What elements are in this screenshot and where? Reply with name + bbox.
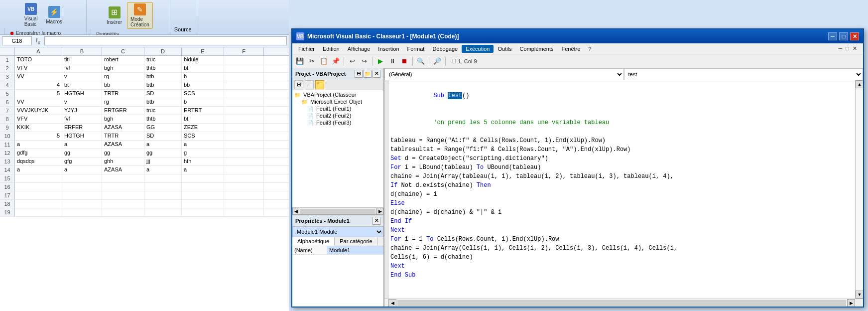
cell-13-5[interactable]: hth — [182, 157, 224, 165]
cell-16-3[interactable] — [102, 183, 144, 191]
cell-6-4[interactable]: btb — [144, 98, 182, 106]
vba-paste-btn[interactable]: 📌 — [330, 56, 341, 67]
cell-10-5[interactable]: SCS — [182, 132, 224, 140]
hscroll-track[interactable] — [300, 209, 375, 214]
cell-5-5[interactable]: SCS — [182, 90, 224, 98]
cell-13-1[interactable]: dqsdqs — [15, 157, 62, 165]
cell-19-6[interactable] — [224, 208, 264, 216]
props-val-name[interactable]: Module1 — [327, 246, 383, 254]
cell-5-4[interactable]: SD — [144, 90, 182, 98]
cell-11-6[interactable] — [224, 141, 264, 149]
grid-row-2[interactable]: 2VFVfvfbghthtbbt — [0, 64, 289, 73]
cell-7-3[interactable]: ERTGER — [102, 107, 144, 115]
cell-7-2[interactable]: YJYJ — [62, 107, 102, 115]
cell-17-2[interactable] — [62, 191, 102, 199]
code-vscroll[interactable]: ▲ ▼ — [855, 80, 863, 299]
col-header-b[interactable]: B — [62, 47, 102, 55]
cell-14-6[interactable] — [224, 166, 264, 174]
grid-row-14[interactable]: 14aaAZASAaa — [0, 166, 289, 174]
grid-row-17[interactable]: 17 — [0, 191, 289, 200]
cell-10-2[interactable]: HGTGH — [62, 132, 102, 140]
cell-7-5[interactable]: ERTRT — [182, 107, 224, 115]
hscroll-right-code[interactable]: ▶ — [847, 299, 855, 307]
cell-19-4[interactable] — [144, 208, 182, 216]
menu-affichage[interactable]: Affichage — [344, 45, 374, 53]
vscroll-up[interactable]: ▲ — [856, 80, 863, 88]
vba-debug-btn[interactable]: 🔍 — [415, 56, 426, 67]
vscroll-down[interactable]: ▼ — [856, 291, 863, 299]
vba-cut-btn[interactable]: ✂ — [306, 56, 317, 67]
vba-maximize-btn[interactable]: □ — [839, 32, 848, 40]
cell-4-1[interactable]: 4 — [15, 81, 62, 89]
cell-17-1[interactable] — [15, 191, 62, 199]
cell-12-1[interactable]: gdfg — [15, 149, 62, 157]
cell-17-4[interactable] — [144, 191, 182, 199]
cell-1-4[interactable]: truc — [144, 56, 182, 64]
vba-pause-btn[interactable]: ⏸ — [387, 56, 398, 67]
tree-btn-2[interactable]: ≡ — [305, 80, 314, 89]
cell-17-5[interactable] — [182, 191, 224, 199]
grid-row-7[interactable]: 7VVVJKUYJKYJYJERTGERtrucERTRT — [0, 107, 289, 115]
col-header-c[interactable]: C — [102, 47, 144, 55]
grid-row-11[interactable]: 11aaAZASAaa — [0, 141, 289, 149]
cell-17-6[interactable] — [224, 191, 264, 199]
cell-11-2[interactable]: a — [62, 141, 102, 149]
vba-save-btn[interactable]: 💾 — [294, 56, 305, 67]
inserer-button[interactable]: ⊞ Insérer — [104, 2, 125, 29]
cell-14-2[interactable]: a — [62, 166, 102, 174]
project-view-btn[interactable]: ⊟ — [355, 70, 363, 78]
cell-11-1[interactable]: a — [15, 141, 62, 149]
vscroll-track[interactable] — [856, 88, 863, 291]
cell-4-5[interactable]: bb — [182, 81, 224, 89]
menubar-max[interactable]: □ — [846, 45, 849, 51]
vba-stop-btn[interactable]: ⏹ — [399, 56, 410, 67]
project-close-btn[interactable]: ✕ — [372, 70, 380, 78]
cell-3-4[interactable]: btb — [144, 73, 182, 81]
cell-6-5[interactable]: b — [182, 98, 224, 106]
cell-13-3[interactable]: ghh — [102, 157, 144, 165]
cell-10-1[interactable]: 5 — [15, 132, 62, 140]
cell-12-2[interactable]: gg — [62, 149, 102, 157]
menu-fichier[interactable]: Fichier — [294, 45, 319, 53]
cell-14-5[interactable]: a — [182, 166, 224, 174]
cell-4-4[interactable]: btb — [144, 81, 182, 89]
cell-18-5[interactable] — [182, 200, 224, 208]
props-close-btn[interactable]: ✕ — [372, 217, 380, 225]
cell-18-1[interactable] — [15, 200, 62, 208]
cell-13-6[interactable] — [224, 157, 264, 165]
col-header-d[interactable]: D — [144, 47, 182, 55]
cell-13-4[interactable]: jjj — [144, 157, 182, 165]
grid-row-18[interactable]: 18 — [0, 200, 289, 208]
cell-2-3[interactable]: bgh — [102, 64, 144, 72]
menubar-close[interactable]: ✕ — [853, 45, 857, 51]
source-group[interactable]: Source — [170, 0, 196, 34]
cell-5-1[interactable]: 5 — [15, 90, 62, 98]
menu-fenetre[interactable]: Fenêtre — [557, 45, 584, 53]
cell-10-3[interactable]: TRTR — [102, 132, 144, 140]
cell-9-5[interactable]: ZEZE — [182, 124, 224, 132]
menu-edition[interactable]: Edition — [319, 45, 344, 53]
cell-12-3[interactable]: gg — [102, 149, 144, 157]
tree-btn-1[interactable]: ⊞ — [294, 80, 303, 89]
grid-row-15[interactable]: 15 — [0, 174, 289, 183]
cell-1-2[interactable]: titi — [62, 56, 102, 64]
cell-16-2[interactable] — [62, 183, 102, 191]
cell-12-5[interactable]: g — [182, 149, 224, 157]
grid-row-16[interactable]: 16 — [0, 183, 289, 191]
code-scope-select[interactable]: (Général) — [384, 68, 624, 80]
cell-8-1[interactable]: VFV — [15, 115, 62, 123]
cell-6-1[interactable]: VV — [15, 98, 62, 106]
project-folder-btn[interactable]: 📁 — [364, 70, 372, 78]
cell-9-2[interactable]: ERFER — [62, 124, 102, 132]
tree-item-excel-objects[interactable]: 📁 Microsoft Excel Objet — [293, 98, 382, 105]
props-tab-alpha[interactable]: Alphabétique — [292, 237, 335, 246]
menu-insertion[interactable]: Insertion — [374, 45, 403, 53]
cell-16-1[interactable] — [15, 183, 62, 191]
col-header-a[interactable]: A — [15, 47, 62, 55]
cell-4-3[interactable]: bb — [102, 81, 144, 89]
grid-row-9[interactable]: 9KKIKERFERAZASAGGZEZE — [0, 124, 289, 132]
vba-run-btn[interactable]: ▶ — [375, 56, 386, 67]
cell-16-4[interactable] — [144, 183, 182, 191]
cell-17-3[interactable] — [102, 191, 144, 199]
vba-undo-btn[interactable]: ↩ — [347, 56, 358, 67]
